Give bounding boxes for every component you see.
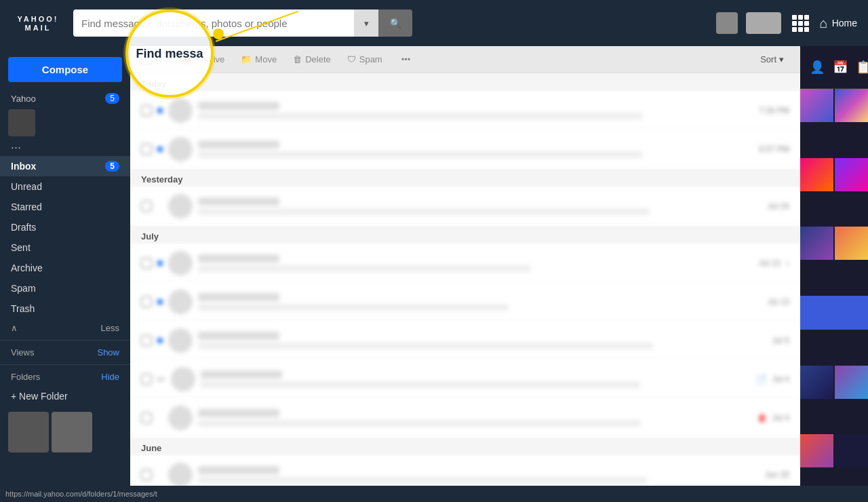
table-row[interactable]: Jul 5 (130, 322, 800, 360)
email-meta: Jun 25 (765, 470, 789, 480)
file-icon: 📄 (755, 374, 767, 385)
sort-chevron-icon: ▾ (779, 54, 784, 64)
row-checkbox[interactable] (141, 469, 152, 480)
user-avatar[interactable] (716, 12, 738, 34)
right-panel-tools: 👤 📅 📋 ⚙ (800, 46, 868, 89)
row-checkbox[interactable] (141, 144, 152, 155)
date-group-today: Today (130, 73, 800, 92)
row-checkbox[interactable] (141, 258, 152, 269)
spam-icon: 🛡 (347, 54, 356, 64)
row-checkbox[interactable] (141, 335, 152, 346)
panel-image (835, 89, 868, 122)
right-panel-images (800, 89, 868, 502)
email-meta: 🗑 Jul 4 (757, 412, 789, 423)
email-subject (198, 420, 641, 427)
table-row[interactable]: 7:26 PM (130, 92, 800, 130)
more-icon: ••• (401, 54, 411, 64)
avatar (168, 406, 193, 430)
main-layout: Compose Yahoo 5 ··· Inbox 5 Unread Starr… (0, 46, 868, 502)
email-meta: Jul 13 › (759, 257, 789, 269)
row-checkbox[interactable] (141, 201, 152, 212)
unread-indicator (157, 108, 163, 113)
email-meta: Jul 13 (768, 297, 789, 307)
table-row[interactable]: ↩ 📄 Jul 4 (130, 360, 800, 399)
search-go-button[interactable]: 🔍 (378, 9, 412, 37)
search-dropdown-button[interactable]: ▾ (354, 9, 378, 37)
sidebar-divider (0, 340, 130, 341)
table-row[interactable]: Jul 13 › (130, 244, 800, 283)
sort-button[interactable]: Sort ▾ (755, 52, 789, 67)
delete-button[interactable]: 🗑 Delete (288, 52, 336, 67)
views-section-header: Views Show (0, 343, 130, 362)
panel-image (800, 158, 833, 191)
row-checkbox[interactable] (141, 296, 152, 307)
email-subject (198, 304, 509, 311)
email-sender (198, 332, 279, 340)
email-content (201, 370, 750, 388)
table-row[interactable]: Jul 13 (130, 283, 800, 322)
email-time: Jul 4 (772, 413, 789, 423)
contact-card-icon[interactable]: 👤 (806, 56, 829, 79)
row-checkbox[interactable] (141, 412, 152, 423)
email-subject (198, 208, 650, 215)
panel-image (800, 434, 833, 467)
account-section: Yahoo 5 (0, 90, 130, 107)
email-subject (198, 477, 647, 484)
email-time: Jul 24 (768, 201, 789, 211)
unread-indicator (157, 147, 163, 152)
trash-icon: 🗑 (757, 412, 767, 423)
email-meta: 6:57 PM (759, 144, 789, 154)
email-content (198, 409, 752, 427)
apps-grid-button[interactable] (789, 12, 812, 35)
sidebar-item-starred[interactable]: Starred (0, 197, 130, 217)
account-avatar[interactable] (8, 109, 35, 136)
table-row[interactable]: Jul 24 (130, 187, 800, 226)
right-panel: 👤 📅 📋 ⚙ (800, 46, 868, 502)
status-bar: https://mail.yahoo.com/d/folders/1/messa… (0, 486, 868, 502)
calendar-icon[interactable]: 📅 (829, 56, 852, 79)
sidebar-item-unread[interactable]: Unread (0, 176, 130, 197)
email-meta: 7:26 PM (759, 106, 789, 115)
avatar (168, 328, 193, 353)
folders-hide-button[interactable]: Hide (101, 372, 119, 382)
chevron-up-icon: ∧ (11, 323, 18, 333)
spam-button[interactable]: 🛡 Spam (342, 52, 388, 67)
new-folder-button[interactable]: + New Folder (0, 386, 130, 406)
notepad-icon[interactable]: 📋 (852, 56, 868, 79)
reply-icon: ↩ (157, 374, 165, 385)
avatar (168, 194, 193, 218)
user-avatar-wide[interactable] (746, 12, 781, 34)
views-show-button[interactable]: Show (97, 347, 119, 358)
unread-indicator (157, 260, 163, 266)
table-row[interactable]: 6:57 PM (130, 130, 800, 169)
email-content (198, 293, 762, 311)
sidebar-item-spam[interactable]: Spam (0, 278, 130, 298)
email-subject (198, 113, 642, 119)
avatar (168, 463, 193, 487)
sidebar-item-inbox[interactable]: Inbox 5 (0, 156, 130, 176)
chevron-right-icon: › (786, 257, 789, 269)
search-input[interactable] (81, 18, 346, 29)
avatar (168, 137, 193, 161)
row-checkbox[interactable] (141, 105, 152, 116)
compose-button[interactable]: Compose (8, 57, 122, 82)
date-group-june: June (130, 438, 800, 456)
delete-icon: 🗑 (293, 54, 302, 64)
panel-image (835, 158, 868, 191)
sidebar-item-archive[interactable]: Archive (0, 258, 130, 278)
sidebar-item-sent[interactable]: Sent (0, 237, 130, 258)
more-button[interactable]: ••• (396, 52, 416, 67)
account-more-button[interactable]: ··· (0, 139, 130, 156)
email-content (198, 254, 753, 272)
email-sender (198, 466, 279, 474)
move-button[interactable]: 📁 Move (235, 52, 282, 67)
row-checkbox[interactable] (141, 374, 152, 385)
sidebar-item-drafts[interactable]: Drafts (0, 217, 130, 237)
home-button[interactable]: ⌂ Home (820, 16, 857, 31)
email-time: 7:26 PM (759, 106, 789, 115)
sidebar-item-trash[interactable]: Trash (0, 298, 130, 319)
email-toolbar: ▾ 📥 Archive 📁 Move 🗑 Delete 🛡 Spam ••• (130, 46, 800, 73)
unread-indicator (157, 338, 163, 343)
table-row[interactable]: 🗑 Jul 4 (130, 399, 800, 438)
less-toggle[interactable]: ∧ Less (0, 319, 130, 337)
